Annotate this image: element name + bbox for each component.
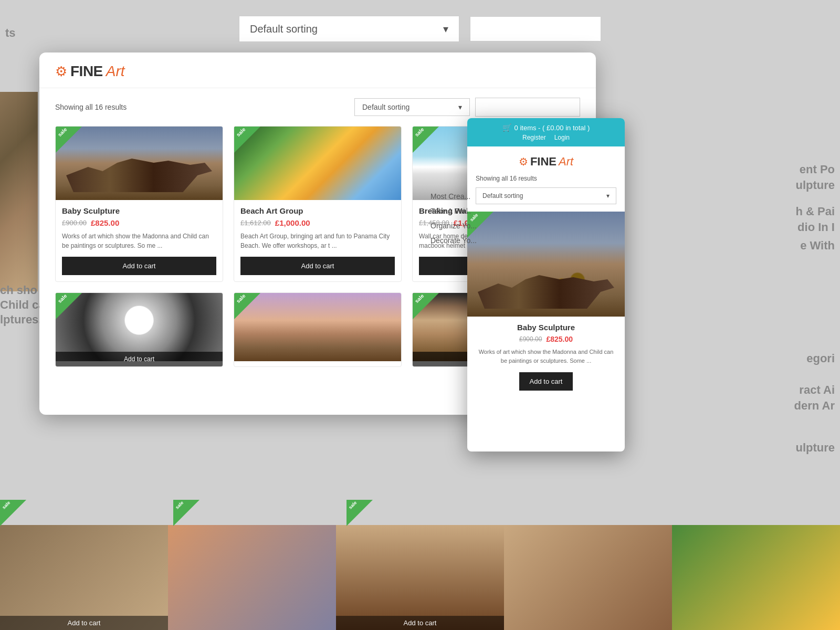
product-info-1: Baby Sculpture £900.00 £825.00 Works of … — [56, 200, 223, 281]
modal-header: ⚙ FINE Art — [39, 52, 596, 88]
mobile-modal: 🛒 0 items - ( £0.00 in total ) Register … — [467, 118, 625, 452]
price-wrap-1: £900.00 £825.00 — [62, 218, 216, 227]
bg-bottom-btn-2: Add to cart — [336, 616, 504, 630]
mobile-price-new: £825.00 — [546, 335, 573, 343]
price-wrap-2: £1,612.00 £1,000.00 — [240, 218, 395, 227]
add-to-cart-overlay-4[interactable]: Add to cart — [56, 352, 223, 366]
product-card-landscape: sale — [234, 292, 402, 367]
mobile-horse-figure — [478, 267, 614, 309]
mobile-logo-icon: ⚙ — [519, 155, 528, 168]
bg-header: ts Default sorting ▾ — [0, 10, 840, 47]
sidebar-item-organize[interactable]: Organize Yo... — [430, 218, 477, 233]
product-title-1: Baby Sculpture — [62, 206, 216, 215]
mobile-sorting[interactable]: Default sorting ▾ — [476, 187, 616, 204]
bg-bottom-products: Add to cart Add to cart — [0, 525, 840, 630]
sale-text-1: sale — [57, 127, 68, 138]
product-title-2: Beach Art Group — [240, 206, 395, 215]
product-card-baby-sculpture: sale Baby Sculpture £900.00 £825.00 Work… — [55, 126, 223, 282]
product-img-dog — [56, 293, 223, 361]
mobile-auth-links: Register Login — [522, 134, 570, 141]
mobile-price-old: £900.00 — [519, 335, 542, 343]
bg-text-3: h & Pai — [795, 205, 835, 218]
mobile-product-desc: Works of art which show the Madonna and … — [476, 348, 616, 365]
bg-left-text-2: Child ca — [0, 298, 45, 312]
bg-text-8: dern Ar — [794, 399, 835, 413]
mobile-product-image: sale — [467, 212, 625, 317]
product-card-dog: sale Add to cart — [55, 292, 223, 367]
sorting-select[interactable]: Default sorting ▾ — [354, 98, 470, 116]
bg-sorting-label: Default sorting — [250, 23, 318, 35]
product-image-dog: sale Add to cart — [56, 293, 223, 366]
bg-text-9: ulpture — [795, 441, 835, 455]
bg-sale-badge-bottom-1: sale — [0, 500, 26, 526]
mobile-cart-bar: 🛒 0 items - ( £0.00 in total ) Register … — [467, 118, 625, 146]
mobile-price-wrap: £900.00 £825.00 — [476, 335, 616, 343]
sidebar-item-take-a-paint[interactable]: Take A Pai... — [430, 204, 477, 218]
sale-text-6: sale — [414, 293, 425, 304]
sale-text-3: sale — [414, 127, 425, 138]
bg-sorting-select[interactable]: Default sorting ▾ — [239, 16, 459, 42]
login-link[interactable]: Login — [554, 134, 570, 141]
product-card-beach-art: sale Beach Art Group £1,612.00 £1,000.00… — [234, 126, 402, 282]
mobile-cart-bar-top: 🛒 0 items - ( £0.00 in total ) — [502, 123, 590, 132]
product-img-building — [234, 127, 401, 200]
register-link[interactable]: Register — [522, 134, 546, 141]
bg-horse-painting — [0, 92, 38, 291]
bg-left-text-3: lptures. — [0, 313, 41, 327]
mobile-showing: Showing all 16 results — [467, 175, 625, 187]
mobile-logo: ⚙ FINE Art — [467, 146, 625, 175]
bg-sale-badge-bottom-3: sale — [346, 500, 373, 526]
price-old-1: £900.00 — [62, 219, 87, 227]
product-image-baby-sculpture: sale — [56, 127, 223, 200]
sidebar-item-most-creative[interactable]: Most Crea... — [430, 189, 477, 204]
cart-icon: 🛒 — [502, 123, 511, 132]
product-info-2: Beach Art Group £1,612.00 £1,000.00 Beac… — [234, 200, 401, 281]
bg-search-input[interactable] — [470, 16, 601, 41]
product-image-landscape: sale — [234, 293, 401, 366]
bg-sorting-arrow: ▾ — [443, 23, 448, 35]
bg-left-text: ts — [5, 26, 16, 40]
product-image-beach-art: sale — [234, 127, 401, 200]
bg-left-text-1: ch sho — [0, 284, 37, 297]
price-old-2: £1,612.00 — [240, 219, 271, 227]
sorting-label: Default sorting — [362, 103, 410, 111]
search-input[interactable] — [475, 98, 580, 117]
mobile-logo-fine: FINE — [530, 155, 556, 169]
add-to-cart-btn-2[interactable]: Add to cart — [240, 257, 395, 275]
bg-text-4: dio In I — [797, 220, 835, 234]
add-to-cart-btn-1[interactable]: Add to cart — [62, 257, 216, 275]
showing-results: Showing all 16 results — [55, 103, 127, 111]
sale-text-2: sale — [235, 127, 247, 138]
logo-art: Art — [106, 63, 125, 80]
price-new-1: £825.00 — [91, 218, 119, 227]
bg-bottom-btn-1: Add to cart — [0, 616, 168, 630]
logo-fine: FINE — [70, 63, 103, 80]
product-img-horse — [56, 127, 223, 200]
horse-figure — [66, 150, 212, 192]
sorting-arrow: ▾ — [458, 103, 462, 111]
bg-text-7: ract Ai — [799, 383, 835, 397]
sidebar-item-decorate[interactable]: Decorate Yo... — [430, 233, 477, 248]
bg-sale-badge-bottom-2: sale — [173, 500, 200, 526]
sale-text-4: sale — [57, 293, 68, 304]
sale-text-5: sale — [235, 293, 247, 304]
product-desc-2: Beach Art Group, bringing art and fun to… — [240, 232, 395, 250]
mobile-sorting-label: Default sorting — [482, 192, 523, 200]
mobile-add-to-cart-btn[interactable]: Add to cart — [519, 372, 573, 391]
mobile-sorting-arrow: ▾ — [606, 192, 610, 200]
bg-text-1: ent Po — [800, 163, 835, 176]
mobile-product-title: Baby Sculpture — [476, 323, 616, 332]
product-img-landscape — [234, 293, 401, 361]
price-new-2: £1,000.00 — [275, 218, 310, 227]
sidebar-menu: Most Crea... Take A Pai... Organize Yo..… — [430, 189, 477, 248]
bg-text-6: egori — [806, 352, 835, 365]
logo-icon: ⚙ — [55, 64, 67, 80]
product-desc-1: Works of art which show the Madonna and … — [62, 232, 216, 250]
cart-label: 0 items - ( £0.00 in total ) — [514, 124, 590, 132]
bg-text-5: e With — [800, 239, 835, 253]
logo: ⚙ FINE Art — [55, 63, 580, 80]
mobile-product-img — [467, 212, 625, 317]
mobile-product-info: Baby Sculpture £900.00 £825.00 Works of … — [467, 317, 625, 397]
mobile-logo-art: Art — [559, 155, 573, 169]
bg-text-2: ulpture — [795, 178, 835, 192]
